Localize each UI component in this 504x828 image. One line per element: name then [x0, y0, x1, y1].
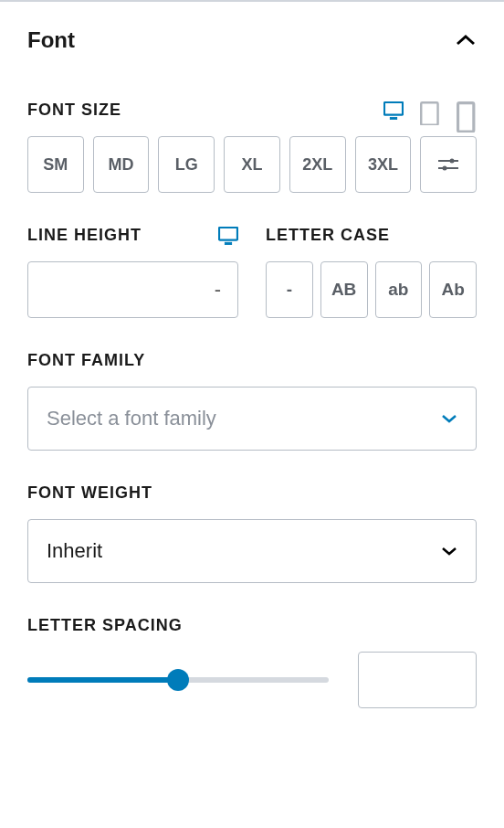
font-size-3xl[interactable]: 3XL: [355, 136, 412, 193]
chevron-up-icon: [455, 34, 477, 47]
desktop-icon[interactable]: [218, 227, 238, 245]
font-family-value: Select a font family: [47, 407, 216, 430]
letter-case-lower[interactable]: ab: [375, 261, 423, 318]
font-size-2xl[interactable]: 2XL: [289, 136, 346, 193]
sliders-icon: [438, 156, 458, 173]
font-weight-label: FONT WEIGHT: [27, 483, 152, 503]
mobile-icon[interactable]: [457, 101, 477, 120]
svg-rect-0: [384, 101, 403, 114]
letter-case-capitalize[interactable]: Ab: [429, 261, 477, 318]
font-weight-value: Inherit: [47, 539, 102, 563]
font-size-sm[interactable]: SM: [27, 136, 84, 193]
font-panel-toggle[interactable]: Font: [27, 2, 477, 68]
svg-rect-9: [225, 242, 231, 244]
desktop-icon[interactable]: [383, 101, 404, 120]
font-size-xl[interactable]: XL: [224, 136, 280, 193]
font-size-lg[interactable]: LG: [158, 136, 215, 193]
letter-spacing-input[interactable]: [358, 652, 477, 708]
font-size-custom-button[interactable]: [420, 136, 477, 193]
font-family-select[interactable]: Select a font family: [27, 387, 477, 451]
slider-thumb[interactable]: [167, 669, 189, 691]
line-height-input[interactable]: [27, 261, 238, 318]
font-family-label: FONT FAMILY: [27, 351, 145, 370]
line-height-label: LINE HEIGHT: [27, 226, 142, 245]
svg-rect-3: [458, 102, 474, 131]
letter-case-label: LETTER CASE: [266, 226, 390, 245]
font-size-label: FONT SIZE: [27, 101, 121, 120]
font-weight-select[interactable]: Inherit: [27, 519, 477, 583]
svg-rect-2: [421, 102, 437, 124]
letter-case-none[interactable]: -: [266, 261, 313, 318]
letter-spacing-label: LETTER SPACING: [27, 616, 183, 635]
svg-point-7: [443, 166, 447, 171]
chevron-down-icon: [441, 413, 457, 424]
panel-title: Font: [27, 27, 75, 53]
chevron-down-icon: [441, 546, 457, 557]
font-size-md[interactable]: MD: [93, 136, 150, 193]
slider-fill: [27, 677, 178, 683]
device-switcher: [383, 101, 477, 120]
svg-rect-8: [219, 227, 237, 239]
svg-point-5: [450, 159, 455, 164]
letter-case-upper[interactable]: AB: [320, 261, 368, 318]
tablet-icon[interactable]: [420, 101, 440, 120]
svg-rect-1: [390, 117, 396, 119]
letter-spacing-slider[interactable]: [27, 669, 329, 691]
